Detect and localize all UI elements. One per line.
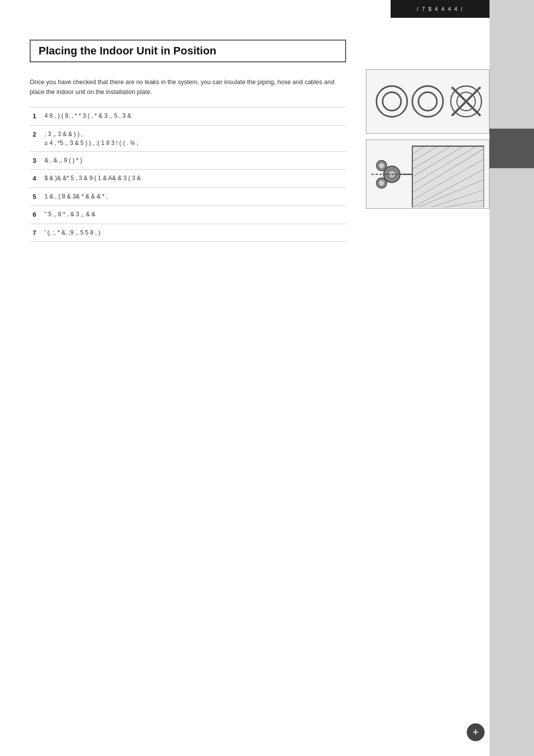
diagram-top	[366, 69, 490, 134]
title-box: Placing the Indoor Unit in Position	[30, 40, 346, 62]
step-text: ' (, :, * &, ;9 ,, 5 5 8 , )	[42, 224, 346, 242]
step-text: 1 & , ( 8 & 3& * & & & * ,	[42, 188, 346, 206]
page-title: Placing the Indoor Unit in Position	[39, 45, 337, 57]
diagram-bottom	[366, 140, 490, 209]
table-row: 1 4 8 , ) ( 9, , * * 3 ( , * & 3 ,, 5 , …	[30, 107, 346, 126]
svg-point-28	[379, 180, 384, 185]
steps-table: 1 4 8 , ) ( 9, , * * 3 ( , * & 3 ,, 5 , …	[30, 107, 346, 242]
step-number: 7	[30, 224, 42, 242]
svg-point-2	[412, 86, 443, 117]
top-header-bar: / 7 $ 4 4 4 4 /	[391, 0, 490, 18]
table-row: 5 1 & , ( 8 & 3& * & & & * ,	[30, 188, 346, 206]
step-number: 5	[30, 188, 42, 206]
intro-paragraph: Once you have checked that there are no …	[30, 77, 346, 97]
table-row: 2 , 3 ,, 3 & & ) ) , ≥ 4 , *5 ,, 3 & 5 )…	[30, 125, 346, 151]
table-row: 4 $ & )& &* 5 , 3 & 9 ( 1 & A& & 3 ( 3 &	[30, 170, 346, 188]
step-text: & , & ,, 9 ( ) * )	[42, 151, 346, 170]
step-number: 6	[30, 206, 42, 224]
step-number: 1	[30, 107, 42, 126]
step-text: " 5 ,, 8 * , & 3 ,, & &	[42, 206, 346, 224]
header-text: / 7 $ 4 4 4 4 /	[417, 6, 463, 12]
step-text: 4 8 , ) ( 9, , * * 3 ( , * & 3 ,, 5 , 3 …	[42, 107, 346, 126]
right-sidebar	[490, 0, 534, 756]
table-row: 3 & , & ,, 9 ( ) * )	[30, 151, 346, 170]
step-number: 2	[30, 125, 42, 151]
step-text: , 3 ,, 3 & & ) ) , ≥ 4 , *5 ,, 3 & 5 ) )…	[42, 125, 346, 151]
svg-point-0	[376, 86, 407, 117]
next-page-button[interactable]: +	[467, 723, 485, 741]
diagram-top-svg	[371, 73, 484, 130]
table-row: 7 ' (, :, * &, ;9 ,, 5 5 8 , )	[30, 224, 346, 242]
step-number: 4	[30, 170, 42, 188]
sidebar-tab	[490, 129, 534, 168]
plus-icon: +	[473, 726, 479, 739]
main-content: Placing the Indoor Unit in Position Once…	[0, 0, 376, 756]
svg-point-1	[383, 92, 401, 110]
right-panel	[366, 69, 490, 215]
step-number: 3	[30, 151, 42, 170]
table-row: 6 " 5 ,, 8 * , & 3 ,, & &	[30, 206, 346, 224]
svg-point-3	[418, 92, 437, 110]
svg-point-26	[379, 163, 384, 168]
step-text: $ & )& &* 5 , 3 & 9 ( 1 & A& & 3 ( 3 &	[42, 170, 346, 188]
diagram-bottom-svg	[371, 141, 484, 208]
